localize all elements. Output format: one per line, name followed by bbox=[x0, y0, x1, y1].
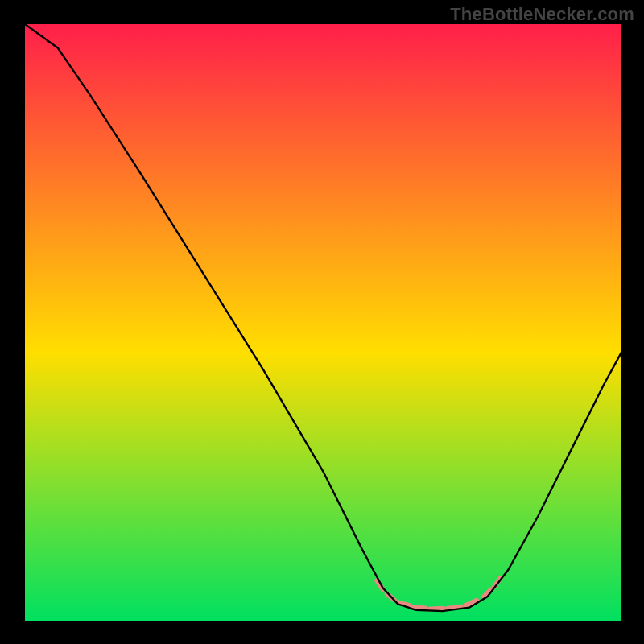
gradient-plot-area bbox=[25, 24, 621, 621]
highlight-dash bbox=[430, 609, 443, 609]
watermark-text: TheBottleNecker.com bbox=[450, 4, 634, 25]
bottleneck-chart bbox=[0, 0, 644, 644]
highlight-dash bbox=[412, 607, 425, 608]
chart-container: TheBottleNecker.com bbox=[0, 0, 644, 644]
